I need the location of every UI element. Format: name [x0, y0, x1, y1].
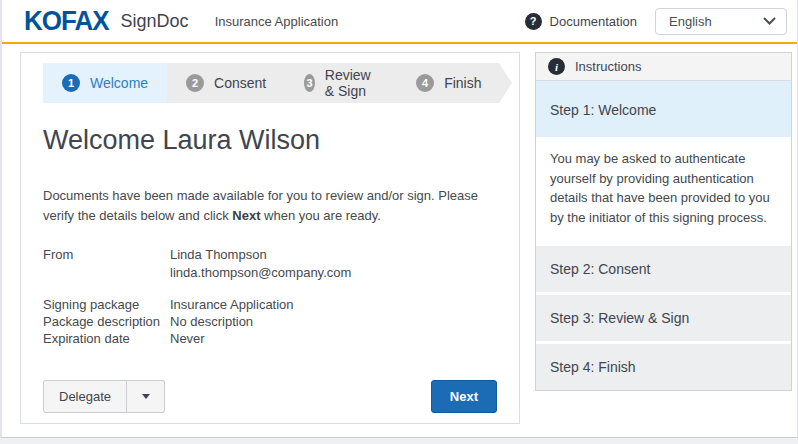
accordion-step1-body: You may be asked to authenticate yoursel… — [536, 137, 791, 243]
instructions-title: Instructions — [575, 59, 641, 74]
detail-value: Linda Thompson linda.thompson@company.co… — [170, 246, 351, 281]
button-row: Delegate Next — [43, 380, 497, 413]
spacer — [43, 281, 497, 296]
step-number-badge: 3 — [304, 74, 315, 92]
accordion-step-title: Step 1: Welcome — [550, 102, 656, 118]
wizard-stepper: 1 Welcome 2 Consent 3 Review & Sign 4 Fi… — [43, 63, 499, 103]
step-label: Consent — [214, 75, 266, 91]
instructions-panel: i Instructions Step 1: Welcome You may b… — [535, 52, 792, 391]
detail-value: No description — [170, 313, 253, 330]
detail-row-expiration-date: Expiration date Never — [43, 330, 497, 347]
intro-text-bold: Next — [232, 208, 260, 223]
step-number-badge: 2 — [186, 74, 204, 92]
intro-text-after: when you are ready. — [261, 208, 381, 223]
accordion-step3-header[interactable]: Step 3: Review & Sign — [536, 295, 791, 341]
document-title: Insurance Application — [215, 14, 339, 29]
stepper-step-finish[interactable]: 4 Finish — [397, 63, 500, 103]
accordion-step1-header[interactable]: Step 1: Welcome — [536, 81, 791, 137]
sender-email: linda.thompson@company.com — [170, 265, 351, 280]
detail-label: Expiration date — [43, 330, 170, 347]
app-header: KOFAX SignDoc Insurance Application ? Do… — [2, 0, 797, 44]
documentation-link[interactable]: Documentation — [550, 14, 637, 29]
help-question-icon[interactable]: ? — [525, 13, 542, 30]
step-label: Welcome — [90, 75, 148, 91]
product-name: SignDoc — [121, 11, 189, 32]
detail-label: Signing package — [43, 296, 170, 313]
next-button[interactable]: Next — [431, 380, 497, 413]
step-number-badge: 4 — [416, 74, 434, 92]
language-select[interactable]: English — [655, 8, 787, 35]
detail-row-package-description: Package description No description — [43, 313, 497, 330]
step-label: Review & Sign — [325, 67, 378, 99]
caret-down-icon — [142, 394, 150, 399]
step-label: Finish — [444, 75, 481, 91]
step-number-badge: 1 — [62, 74, 80, 92]
header-right: ? Documentation English — [525, 8, 787, 35]
delegate-dropdown-button[interactable] — [127, 380, 165, 413]
accordion-step2-header[interactable]: Step 2: Consent — [536, 246, 791, 292]
kofax-logo: KOFAX — [24, 5, 109, 37]
detail-label: Package description — [43, 313, 170, 330]
package-details: From Linda Thompson linda.thompson@compa… — [43, 246, 497, 347]
stepper-step-welcome[interactable]: 1 Welcome — [43, 63, 167, 103]
detail-value: Insurance Application — [170, 296, 294, 313]
stepper-step-consent[interactable]: 2 Consent — [167, 63, 285, 103]
chevron-down-icon — [763, 17, 776, 25]
instructions-header: i Instructions — [536, 53, 791, 81]
detail-row-from: From Linda Thompson linda.thompson@compa… — [43, 246, 497, 281]
intro-text: Documents have been made available for y… — [43, 186, 503, 226]
detail-row-signing-package: Signing package Insurance Application — [43, 296, 497, 313]
info-icon: i — [548, 58, 565, 75]
detail-value: Never — [170, 330, 205, 347]
language-select-value: English — [669, 14, 763, 29]
welcome-card: 1 Welcome 2 Consent 3 Review & Sign 4 Fi… — [20, 52, 520, 424]
page-title: Welcome Laura Wilson — [43, 125, 497, 156]
accordion-step-title: Step 3: Review & Sign — [550, 310, 689, 326]
accordion-step4-header[interactable]: Step 4: Finish — [536, 344, 791, 390]
accordion-step-title: Step 4: Finish — [550, 359, 636, 375]
stepper-step-review-sign[interactable]: 3 Review & Sign — [285, 63, 397, 103]
app-window: KOFAX SignDoc Insurance Application ? Do… — [0, 0, 798, 438]
delegate-button[interactable]: Delegate — [43, 380, 127, 413]
sender-name: Linda Thompson — [170, 247, 267, 262]
accordion-step-title: Step 2: Consent — [550, 261, 650, 277]
delegate-split-button: Delegate — [43, 380, 165, 413]
detail-label: From — [43, 246, 170, 281]
